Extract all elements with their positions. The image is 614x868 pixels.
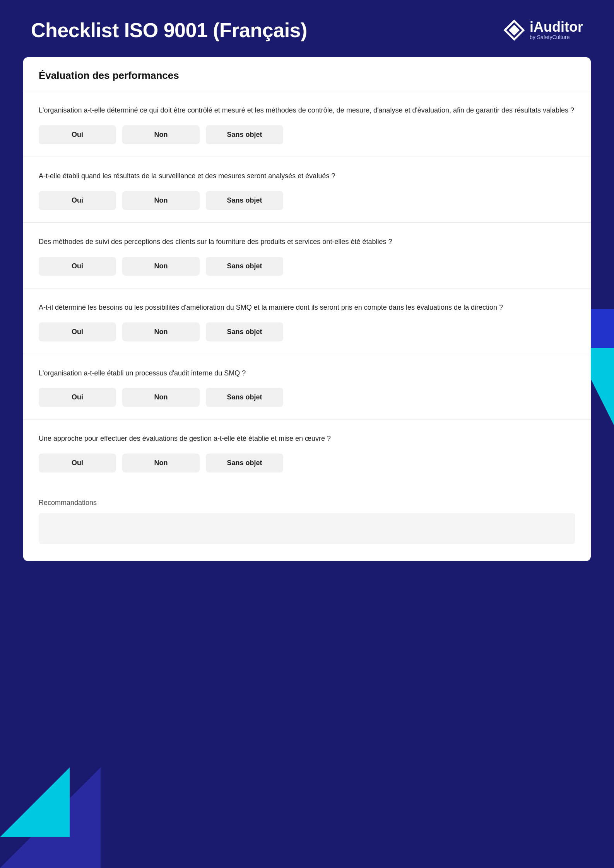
answer-btn-6-3[interactable]: Sans objet [206, 454, 283, 472]
page-title: Checklist ISO 9001 (Français) [31, 19, 307, 42]
page-header: Checklist ISO 9001 (Français) iAuditor b… [0, 0, 614, 57]
recommendations-label: Recommandations [39, 499, 575, 507]
answer-btn-4-3[interactable]: Sans objet [206, 322, 283, 341]
question-block-2: A-t-elle établi quand les résultats de l… [23, 157, 591, 223]
answer-btn-6-2[interactable]: Non [122, 454, 200, 472]
answer-btn-3-1[interactable]: Oui [39, 257, 116, 276]
svg-marker-1 [509, 25, 520, 36]
question-block-3: Des méthodes de suivi des perceptions de… [23, 223, 591, 288]
page-wrapper: Checklist ISO 9001 (Français) iAuditor b… [0, 0, 614, 868]
content-card: Évaluation des performances L'organisati… [23, 57, 591, 561]
logo-subtitle: by SafetyCulture [530, 34, 570, 41]
question-text-4: A-t-il déterminé les besoins ou les poss… [39, 302, 575, 313]
question-text-2: A-t-elle établi quand les résultats de l… [39, 171, 575, 182]
answer-btn-1-3[interactable]: Sans objet [206, 125, 283, 144]
answer-btn-5-2[interactable]: Non [122, 388, 200, 407]
answer-btn-1-1[interactable]: Oui [39, 125, 116, 144]
recommendations-input[interactable] [39, 513, 575, 544]
answer-btn-2-3[interactable]: Sans objet [206, 191, 283, 210]
question-block-4: A-t-il déterminé les besoins ou les poss… [23, 288, 591, 354]
question-text-3: Des méthodes de suivi des perceptions de… [39, 237, 575, 247]
logo-name: iAuditor [530, 20, 583, 34]
answer-buttons-3: OuiNonSans objet [39, 257, 575, 276]
iauditor-logo-icon [503, 19, 525, 41]
logo-area: iAuditor by SafetyCulture [503, 19, 583, 41]
answer-btn-5-3[interactable]: Sans objet [206, 388, 283, 407]
answer-btn-4-2[interactable]: Non [122, 322, 200, 341]
answer-buttons-5: OuiNonSans objet [39, 388, 575, 407]
answer-btn-4-1[interactable]: Oui [39, 322, 116, 341]
answer-btn-6-1[interactable]: Oui [39, 454, 116, 472]
deco-cyan-bottom-left [0, 767, 70, 837]
answer-btn-3-3[interactable]: Sans objet [206, 257, 283, 276]
answer-btn-2-1[interactable]: Oui [39, 191, 116, 210]
answer-btn-3-2[interactable]: Non [122, 257, 200, 276]
question-text-6: Une approche pour effectuer des évaluati… [39, 433, 575, 444]
logo-text-area: iAuditor by SafetyCulture [530, 20, 583, 41]
recommendations-block: Recommandations [23, 485, 591, 561]
answer-buttons-6: OuiNonSans objet [39, 454, 575, 472]
question-text-5: L'organisation a-t-elle établi un proces… [39, 368, 575, 379]
section-header: Évaluation des performances [23, 57, 591, 91]
questions-container: L'organisation a-t-elle déterminé ce qui… [23, 91, 591, 485]
answer-btn-2-2[interactable]: Non [122, 191, 200, 210]
answer-btn-5-1[interactable]: Oui [39, 388, 116, 407]
question-block-5: L'organisation a-t-elle établi un proces… [23, 354, 591, 420]
section-title: Évaluation des performances [39, 70, 575, 82]
question-text-1: L'organisation a-t-elle déterminé ce qui… [39, 105, 575, 116]
answer-btn-1-2[interactable]: Non [122, 125, 200, 144]
answer-buttons-2: OuiNonSans objet [39, 191, 575, 210]
answer-buttons-1: OuiNonSans objet [39, 125, 575, 144]
question-block-6: Une approche pour effectuer des évaluati… [23, 420, 591, 485]
answer-buttons-4: OuiNonSans objet [39, 322, 575, 341]
question-block-1: L'organisation a-t-elle déterminé ce qui… [23, 91, 591, 157]
